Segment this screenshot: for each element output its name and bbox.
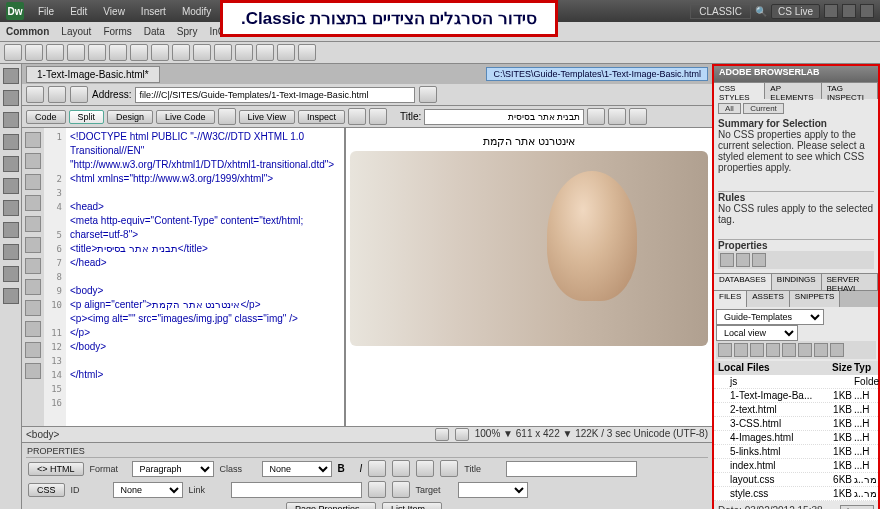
file-row[interactable]: 4-Images.html1KB...H bbox=[714, 431, 878, 445]
link-target-icon[interactable] bbox=[368, 481, 386, 498]
files-col-type[interactable]: Typ bbox=[852, 362, 876, 373]
class-select[interactable]: None bbox=[262, 461, 332, 477]
livecode-opt-icon[interactable] bbox=[218, 108, 236, 125]
outdent-icon[interactable] bbox=[416, 460, 434, 477]
zoom-icon[interactable] bbox=[455, 428, 469, 441]
files-tool-icon[interactable] bbox=[766, 343, 780, 357]
tab-files[interactable]: FILES bbox=[714, 291, 747, 307]
gutter-icon[interactable] bbox=[25, 132, 41, 148]
gutter-icon[interactable] bbox=[25, 363, 41, 379]
files-tool-icon[interactable] bbox=[750, 343, 764, 357]
files-tree[interactable]: jsFolde1-Text-Image-Ba...1KB...H2-text.h… bbox=[714, 375, 878, 501]
tool-div-icon[interactable] bbox=[88, 44, 106, 61]
gutter-icon[interactable] bbox=[25, 321, 41, 337]
view-code[interactable]: Code bbox=[26, 110, 66, 124]
css-all-button[interactable]: All bbox=[718, 103, 741, 114]
doc-tab[interactable]: 1-Text-Image-Basic.html* bbox=[26, 66, 160, 83]
palette-icon[interactable] bbox=[3, 266, 19, 282]
validate-icon[interactable] bbox=[608, 108, 626, 125]
palette-icon[interactable] bbox=[3, 222, 19, 238]
gutter-icon[interactable] bbox=[25, 174, 41, 190]
search-icon[interactable]: 🔍 bbox=[755, 6, 767, 17]
gutter-icon[interactable] bbox=[25, 279, 41, 295]
tool-comment-icon[interactable] bbox=[214, 44, 232, 61]
target-select[interactable] bbox=[458, 482, 528, 498]
tool-media-icon[interactable] bbox=[130, 44, 148, 61]
indent-icon[interactable] bbox=[440, 460, 458, 477]
panel-spry[interactable]: Spry bbox=[177, 26, 198, 37]
tab-databases[interactable]: DATABASES bbox=[714, 274, 772, 290]
log-button[interactable]: Log... bbox=[840, 505, 874, 509]
tab-snippets[interactable]: SNIPPETS bbox=[790, 291, 841, 307]
file-row[interactable]: layout.css6KBמר..ג bbox=[714, 473, 878, 487]
view-livecode[interactable]: Live Code bbox=[156, 110, 215, 124]
tool-email-icon[interactable] bbox=[25, 44, 43, 61]
palette-icon[interactable] bbox=[3, 288, 19, 304]
view-split[interactable]: Split bbox=[69, 110, 105, 124]
file-row[interactable]: 5-links.html1KB...H bbox=[714, 445, 878, 459]
browserlab-header[interactable]: ADOBE BROWSERLAB bbox=[714, 66, 878, 82]
files-tool-icon[interactable] bbox=[782, 343, 796, 357]
file-row[interactable]: 3-CSS.html1KB...H bbox=[714, 417, 878, 431]
files-tool-icon[interactable] bbox=[814, 343, 828, 357]
menu-view[interactable]: View bbox=[97, 4, 131, 19]
menu-insert[interactable]: Insert bbox=[135, 4, 172, 19]
title-input[interactable] bbox=[506, 461, 637, 477]
tab-tag-inspector[interactable]: TAG INSPECTI bbox=[822, 83, 878, 99]
props-html-tab[interactable]: <> HTML bbox=[28, 462, 84, 476]
tool-table-icon[interactable] bbox=[67, 44, 85, 61]
home-icon[interactable] bbox=[70, 86, 88, 103]
file-row[interactable]: style.css1KBמר..ג bbox=[714, 487, 878, 501]
tool-hyperlink-icon[interactable] bbox=[4, 44, 22, 61]
palette-icon[interactable] bbox=[3, 200, 19, 216]
tool-ssi-icon[interactable] bbox=[193, 44, 211, 61]
palette-icon[interactable] bbox=[3, 134, 19, 150]
gutter-icon[interactable] bbox=[25, 258, 41, 274]
close-icon[interactable] bbox=[860, 4, 874, 18]
link-input[interactable] bbox=[231, 482, 362, 498]
list-ul-icon[interactable] bbox=[368, 460, 386, 477]
check-icon[interactable] bbox=[629, 108, 647, 125]
view-select[interactable]: Local view bbox=[716, 325, 798, 341]
hand-icon[interactable] bbox=[435, 428, 449, 441]
tab-assets[interactable]: ASSETS bbox=[747, 291, 790, 307]
gutter-icon[interactable] bbox=[25, 300, 41, 316]
cslive-button[interactable]: CS Live bbox=[771, 4, 820, 19]
menu-file[interactable]: File bbox=[32, 4, 60, 19]
refresh-icon[interactable] bbox=[369, 108, 387, 125]
gutter-icon[interactable] bbox=[25, 237, 41, 253]
bold-icon[interactable]: B bbox=[338, 463, 345, 474]
code-editor[interactable]: <!DOCTYPE html PUBLIC "-//W3C//DTD XHTML… bbox=[66, 128, 344, 426]
browser-icon[interactable] bbox=[348, 108, 366, 125]
tab-css-styles[interactable]: CSS STYLES bbox=[714, 83, 765, 99]
palette-icon[interactable] bbox=[3, 68, 19, 84]
files-tool-icon[interactable] bbox=[718, 343, 732, 357]
italic-icon[interactable]: I bbox=[360, 463, 363, 474]
tool-script-icon[interactable] bbox=[256, 44, 274, 61]
link-browse-icon[interactable] bbox=[392, 481, 410, 498]
panel-layout[interactable]: Layout bbox=[61, 26, 91, 37]
props-css-tab[interactable]: CSS bbox=[28, 483, 65, 497]
palette-icon[interactable] bbox=[3, 244, 19, 260]
css-tool-icon[interactable] bbox=[736, 253, 750, 267]
file-row[interactable]: jsFolde bbox=[714, 375, 878, 389]
css-current-button[interactable]: Current bbox=[743, 103, 784, 114]
tab-bindings[interactable]: BINDINGS bbox=[772, 274, 822, 290]
title-opt-icon[interactable] bbox=[587, 108, 605, 125]
menu-edit[interactable]: Edit bbox=[64, 4, 93, 19]
id-select[interactable]: None bbox=[113, 482, 183, 498]
tab-server-behaviors[interactable]: SERVER BEHAVI bbox=[822, 274, 879, 290]
layout-dropdown[interactable]: CLASSIC bbox=[690, 4, 751, 19]
panel-data[interactable]: Data bbox=[144, 26, 165, 37]
gutter-icon[interactable] bbox=[25, 342, 41, 358]
panel-common[interactable]: Common bbox=[6, 26, 49, 37]
files-col-name[interactable]: Local Files bbox=[716, 362, 824, 373]
file-row[interactable]: 2-text.html1KB...H bbox=[714, 403, 878, 417]
tool-head-icon[interactable] bbox=[235, 44, 253, 61]
gutter-icon[interactable] bbox=[25, 153, 41, 169]
tab-ap-elements[interactable]: AP ELEMENTS bbox=[765, 83, 822, 99]
tool-image-icon[interactable] bbox=[109, 44, 127, 61]
design-pane[interactable]: אינטרנט אתר הקמת bbox=[346, 128, 712, 426]
palette-icon[interactable] bbox=[3, 156, 19, 172]
page-properties-button[interactable]: Page Properties... bbox=[286, 502, 376, 509]
